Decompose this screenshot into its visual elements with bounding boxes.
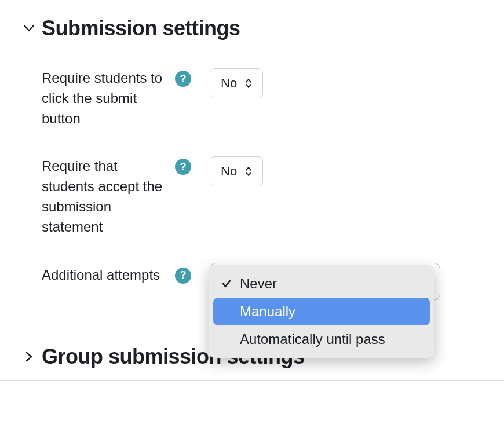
- option-label: Automatically until pass: [240, 331, 385, 347]
- select-require-click-submit[interactable]: No: [210, 68, 263, 98]
- select-value: No: [221, 76, 237, 91]
- help-icon[interactable]: ?: [175, 268, 191, 284]
- field-additional-attempts: Additional attempts ? Never: [23, 251, 481, 299]
- option-label: Never: [240, 276, 277, 292]
- chevron-right-icon: [23, 351, 42, 363]
- field-label: Require that students accept the submiss…: [42, 156, 175, 237]
- select-value: No: [221, 164, 237, 179]
- select-require-statement[interactable]: No: [210, 156, 263, 186]
- field-require-statement: Require that students accept the submiss…: [23, 142, 481, 251]
- field-label: Require students to click the submit but…: [42, 68, 175, 129]
- field-require-click-submit: Require students to click the submit but…: [23, 54, 481, 142]
- section-toggle-submission-settings[interactable]: Submission settings: [0, 0, 504, 49]
- dropdown-option-auto-until-pass[interactable]: Automatically until pass: [213, 325, 430, 353]
- updown-caret-icon: [245, 166, 252, 177]
- dropdown-option-manually[interactable]: Manually: [213, 298, 430, 325]
- check-icon: [221, 279, 240, 289]
- dropdown-option-never[interactable]: Never: [213, 270, 430, 298]
- option-label: Manually: [240, 303, 295, 320]
- field-label: Additional attempts: [42, 265, 175, 285]
- updown-caret-icon: [245, 78, 252, 89]
- dropdown-menu-additional-attempts: Never Manually Automatically until pass: [209, 265, 434, 358]
- chevron-down-icon: [23, 23, 42, 34]
- help-icon[interactable]: ?: [175, 71, 191, 87]
- section-title-submission: Submission settings: [42, 16, 240, 41]
- help-icon[interactable]: ?: [175, 159, 191, 175]
